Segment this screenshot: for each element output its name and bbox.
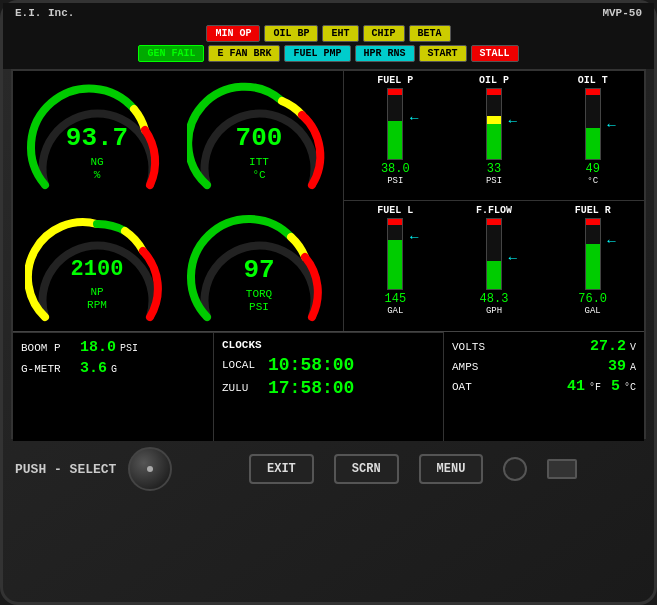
fuel-p-title: FUEL P — [377, 75, 413, 86]
g-metr-row: G-METR 3.6 G — [21, 360, 205, 377]
oat-unit-f: °F — [589, 382, 601, 393]
oat-label: OAT — [452, 381, 497, 393]
device: E.I. Inc. MVP-50 MIN OP OIL BP EHT CHIP … — [0, 0, 657, 605]
torq-gauge-svg: 97 TORQ PSI — [187, 207, 332, 337]
f-flow-unit: GPH — [486, 306, 502, 316]
zulu-clock-row: ZULU 17:58:00 — [222, 378, 435, 398]
svg-text:ITT: ITT — [249, 156, 269, 168]
oil-t-gauge: OIL T ← 49 °C — [543, 75, 642, 198]
f-flow-gauge: F.FLOW ← 48.3 GPH — [445, 205, 544, 329]
oil-p-gauge: OIL P ← 33 PSI — [445, 75, 544, 198]
alert-chip[interactable]: CHIP — [363, 25, 405, 42]
oil-t-title: OIL T — [578, 75, 608, 86]
g-metr-label: G-METR — [21, 363, 76, 375]
svg-text:NP: NP — [90, 286, 104, 298]
fuel-l-value: 145 — [385, 292, 407, 306]
gauges-area: 93.7 NG % 700 ITT °C — [13, 71, 343, 331]
alert-e-fan-brk[interactable]: E FAN BRK — [208, 45, 280, 62]
usb-port[interactable] — [547, 459, 577, 479]
boom-p-label: BOOM P — [21, 342, 76, 354]
amps-row: AMPS 39 A — [452, 358, 636, 375]
model-label: MVP-50 — [602, 7, 642, 19]
bar-gauges-top-row: FUEL P ← 38.0 PSI OIL P — [344, 71, 644, 201]
alert-fuel-pmp[interactable]: FUEL PMP — [284, 45, 350, 62]
fuel-l-gauge: FUEL L ← 145 GAL — [346, 205, 445, 329]
np-gauge-svg: 2100 NP RPM — [25, 207, 170, 337]
oat-value: 41 — [567, 378, 585, 395]
oil-t-value: 49 — [585, 162, 599, 176]
svg-text:PSI: PSI — [249, 301, 269, 313]
volts-row: VOLTS 27.2 V — [452, 338, 636, 355]
fuel-p-value: 38.0 — [381, 162, 410, 176]
main-knob[interactable] — [128, 447, 172, 491]
boom-p-value: 18.0 — [80, 339, 116, 356]
local-label: LOCAL — [222, 359, 262, 371]
f-flow-value: 48.3 — [480, 292, 509, 306]
svg-text:700: 700 — [235, 123, 282, 153]
volts-unit: V — [630, 342, 636, 353]
fuel-r-unit: GAL — [585, 306, 601, 316]
oat-row: OAT 41 °F 5 °C — [452, 378, 636, 395]
volts-label: VOLTS — [452, 341, 497, 353]
amps-unit: A — [630, 362, 636, 373]
clocks-panel: CLOCKS LOCAL 10:58:00 ZULU 17:58:00 — [213, 332, 443, 441]
fuel-p-unit: PSI — [387, 176, 403, 186]
alert-row-1: MIN OP OIL BP EHT CHIP BETA — [11, 25, 646, 42]
svg-text:TORQ: TORQ — [245, 288, 272, 300]
oil-p-value: 33 — [487, 162, 501, 176]
fuel-l-unit: GAL — [387, 306, 403, 316]
alert-min-op[interactable]: MIN OP — [206, 25, 260, 42]
volts-value: 27.2 — [590, 338, 626, 355]
zulu-value: 17:58:00 — [268, 378, 354, 398]
alert-rows: MIN OP OIL BP EHT CHIP BETA GEN FAIL E F… — [3, 23, 654, 69]
itt-gauge: 700 ITT °C — [179, 75, 339, 205]
itt-gauge-svg: 700 ITT °C — [187, 75, 332, 205]
amps-label: AMPS — [452, 361, 497, 373]
menu-button[interactable]: MENU — [419, 454, 484, 484]
svg-text:RPM: RPM — [87, 299, 107, 311]
clocks-title: CLOCKS — [222, 339, 435, 351]
svg-text:2100: 2100 — [70, 257, 123, 282]
push-select-label: PUSH - SELECT — [15, 462, 116, 477]
zulu-label: ZULU — [222, 382, 262, 394]
alert-gen-fail[interactable]: GEN FAIL — [138, 45, 204, 62]
svg-text:%: % — [93, 169, 100, 181]
fuel-l-title: FUEL L — [377, 205, 413, 216]
oat-value2: 5 — [611, 378, 620, 395]
local-clock-row: LOCAL 10:58:00 — [222, 355, 435, 375]
scrn-button[interactable]: SCRN — [334, 454, 399, 484]
svg-text:97: 97 — [243, 255, 274, 285]
local-value: 10:58:00 — [268, 355, 354, 375]
fuel-r-gauge: FUEL R ← 76.0 GAL — [543, 205, 642, 329]
alert-hpr-rns[interactable]: HPR RNS — [355, 45, 415, 62]
brand-label: E.I. Inc. — [15, 7, 74, 19]
torq-gauge: 97 TORQ PSI — [179, 207, 339, 337]
alert-start[interactable]: START — [419, 45, 467, 62]
svg-text:NG: NG — [90, 156, 103, 168]
boom-p-row: BOOM P 18.0 PSI — [21, 339, 205, 356]
alert-eht[interactable]: EHT — [322, 25, 358, 42]
oil-t-unit: °C — [587, 176, 598, 186]
ng-gauge-svg: 93.7 NG % — [25, 75, 170, 205]
np-gauge: 2100 NP RPM — [17, 207, 177, 337]
boom-p-unit: PSI — [120, 343, 138, 354]
svg-text:93.7: 93.7 — [65, 123, 127, 153]
g-metr-unit: G — [111, 364, 117, 375]
g-metr-value: 3.6 — [80, 360, 107, 377]
bottom-info-row: BOOM P 18.0 PSI G-METR 3.6 G CLOCKS LOCA… — [13, 331, 644, 441]
exit-button[interactable]: EXIT — [249, 454, 314, 484]
alert-stall[interactable]: STALL — [471, 45, 519, 62]
main-display: 93.7 NG % 700 ITT °C — [11, 69, 646, 439]
alert-beta[interactable]: BETA — [409, 25, 451, 42]
right-info-panel: VOLTS 27.2 V AMPS 39 A OAT 41 °F 5 °C — [443, 332, 644, 441]
bottom-left-panel: BOOM P 18.0 PSI G-METR 3.6 G — [13, 332, 213, 441]
circle-button[interactable] — [503, 457, 527, 481]
ng-gauge: 93.7 NG % — [17, 75, 177, 205]
fuel-r-title: FUEL R — [575, 205, 611, 216]
oat-unit2: °C — [624, 382, 636, 393]
amps-value: 39 — [608, 358, 626, 375]
fuel-p-gauge: FUEL P ← 38.0 PSI — [346, 75, 445, 198]
svg-text:°C: °C — [252, 169, 266, 181]
alert-oil-bp[interactable]: OIL BP — [264, 25, 318, 42]
bar-gauges-bottom-row: FUEL L ← 145 GAL F.FLOW ← — [344, 201, 644, 331]
